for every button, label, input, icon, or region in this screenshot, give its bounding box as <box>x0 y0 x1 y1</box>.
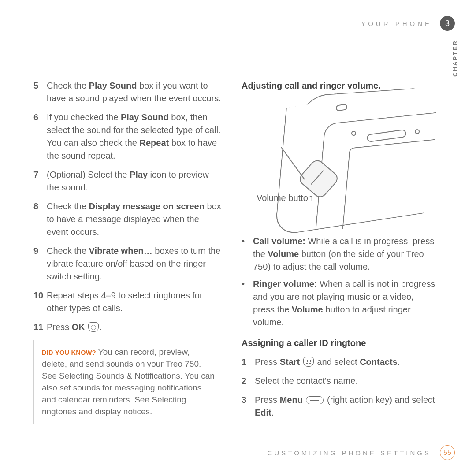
did-you-know-label: DID YOU KNOW? <box>42 349 96 356</box>
left-column: 5Check the Play Sound box if you want to… <box>33 79 223 425</box>
phone-diagram: Volume button <box>242 98 435 226</box>
did-you-know-box: DID YOU KNOW? You can record, preview, d… <box>33 340 223 424</box>
cid-step-1: 1Press Start and select Contacts. <box>242 356 435 368</box>
footer-section-label: CUSTOMIZING PHONE SETTINGS <box>268 449 431 457</box>
step-10: 10Repeat steps 4–9 to select ringtones f… <box>33 289 223 315</box>
heading-caller-id-ringtone: Assigning a caller ID ringtone <box>242 337 435 350</box>
step-8: 8Check the Display message on screen box… <box>33 200 223 238</box>
ok-key-icon <box>88 322 99 332</box>
step-6: 6If you checked the Play Sound box, then… <box>33 111 223 162</box>
page-number-badge: 55 <box>440 445 455 460</box>
page-header: YOUR PHONE 3 <box>33 16 455 31</box>
did-you-know-text: You can record, preview, delete, and sen… <box>42 347 215 416</box>
step-7: 7(Optional) Select the Play icon to prev… <box>33 168 223 194</box>
step-9: 9Check the Vibrate when… boxes to turn t… <box>33 245 223 283</box>
bullet-ringer-volume: •Ringer volume: When a call is not in pr… <box>242 278 435 329</box>
chapter-number-badge: 3 <box>440 16 455 31</box>
cid-step-3: 3Press Menu (right action key) and selec… <box>242 394 435 419</box>
volume-button-label: Volume button <box>257 192 313 205</box>
bullet-call-volume: •Call volume: While a call is in progres… <box>242 235 435 273</box>
menu-key-icon <box>306 396 324 404</box>
chapter-side-label: CHAPTER <box>452 40 458 77</box>
right-column: Adjusting call and ringer volume. Volume… <box>242 79 435 425</box>
left-steps-list: 5Check the Play Sound box if you want to… <box>33 79 223 334</box>
step-5: 5Check the Play Sound box if you want to… <box>33 79 223 105</box>
start-key-icon <box>303 357 314 367</box>
volume-bullets: •Call volume: While a call is in progres… <box>242 235 435 329</box>
step-11: 11Press OK . <box>33 321 223 334</box>
cid-step-2: 2Select the contact's name. <box>242 375 435 387</box>
page-footer: CUSTOMIZING PHONE SETTINGS 55 <box>0 438 476 460</box>
header-section-label: YOUR PHONE <box>361 20 432 27</box>
caller-id-steps: 1Press Start and select Contacts. 2Selec… <box>242 356 435 419</box>
